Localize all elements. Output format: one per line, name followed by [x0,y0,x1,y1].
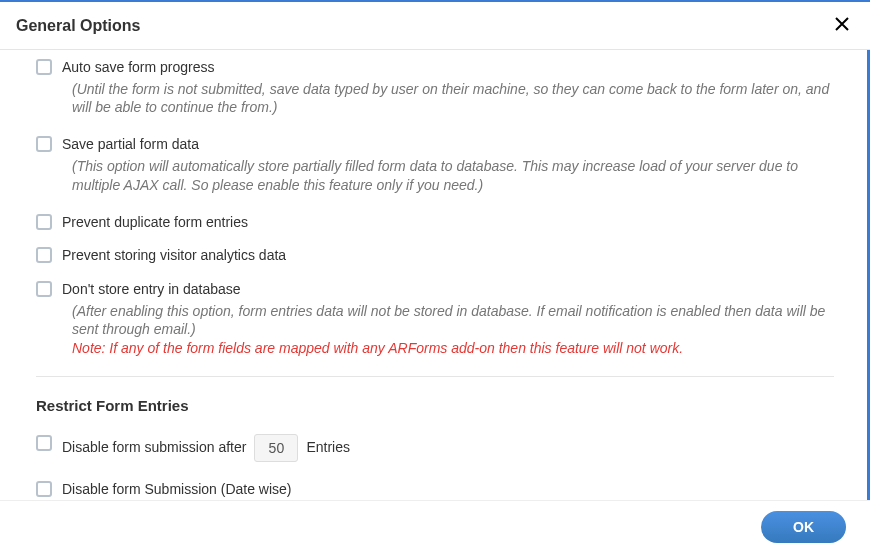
option-partial: Save partial form data (This option will… [36,135,834,194]
option-duplicate: Prevent duplicate form entries [36,213,834,233]
close-button[interactable] [830,12,854,39]
partial-checkbox[interactable] [36,136,52,152]
disable-date-checkbox[interactable] [36,481,52,497]
entries-count-input[interactable] [254,434,298,462]
option-analytics: Prevent storing visitor analytics data [36,246,834,266]
partial-label: Save partial form data [62,135,834,155]
duplicate-checkbox[interactable] [36,214,52,230]
partial-desc: (This option will automatically store pa… [62,157,834,195]
close-icon [834,16,850,32]
nostore-desc: (After enabling this option, form entrie… [62,302,834,340]
nostore-checkbox[interactable] [36,281,52,297]
analytics-checkbox[interactable] [36,247,52,263]
disable-after-label-after: Entries [306,438,350,458]
autosave-checkbox[interactable] [36,59,52,75]
option-autosave: Auto save form progress (Until the form … [36,58,834,117]
duplicate-label: Prevent duplicate form entries [62,213,834,233]
restrict-section-title: Restrict Form Entries [36,397,834,414]
general-options-dialog: General Options Auto save form progress … [0,0,870,557]
dialog-footer: OK [0,500,870,557]
ok-button[interactable]: OK [761,511,846,543]
analytics-label: Prevent storing visitor analytics data [62,246,834,266]
option-disable-date: Disable form Submission (Date wise) [36,480,834,500]
disable-date-label: Disable form Submission (Date wise) [62,480,834,500]
option-disable-after: Disable form submission after Entries [36,434,834,462]
dialog-title: General Options [16,17,140,35]
dialog-header: General Options [0,2,870,50]
section-divider [36,376,834,377]
dialog-body: Auto save form progress (Until the form … [0,50,870,500]
nostore-note: Note: If any of the form fields are mapp… [62,339,834,358]
option-nostore: Don't store entry in database (After ena… [36,280,834,358]
disable-after-label-before: Disable form submission after [62,438,246,458]
autosave-label: Auto save form progress [62,58,834,78]
disable-after-checkbox[interactable] [36,435,52,451]
nostore-label: Don't store entry in database [62,280,834,300]
autosave-desc: (Until the form is not submitted, save d… [62,80,834,118]
